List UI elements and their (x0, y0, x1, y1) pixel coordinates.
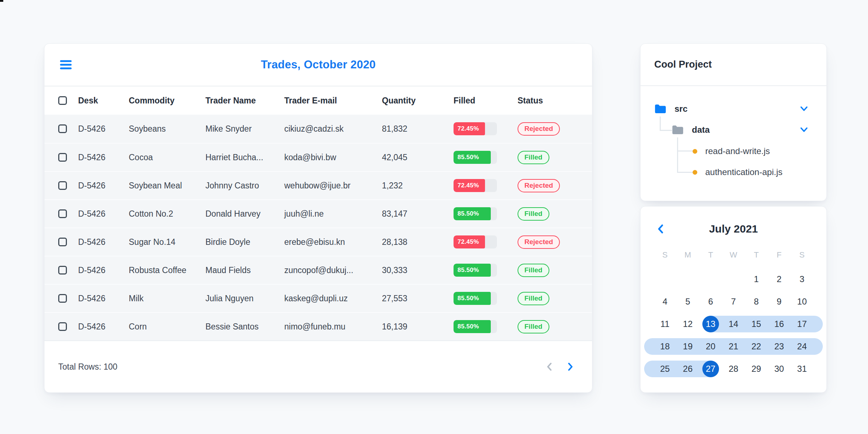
row-checkbox[interactable] (58, 124, 67, 133)
filled-percent-label: 72.45% (454, 238, 479, 246)
chevron-left-icon[interactable] (657, 224, 664, 234)
row-checkbox[interactable] (58, 322, 67, 331)
tree-connector (677, 137, 678, 173)
calendar-day[interactable]: 18 (657, 338, 673, 355)
trader-name-cell: Harriet Bucha... (205, 153, 284, 162)
select-all-checkbox[interactable] (58, 96, 67, 105)
table-row: D-5426 Sugar No.14 Birdie Doyle erebe@eb… (44, 227, 592, 256)
calendar-day[interactable]: 6 (702, 293, 719, 310)
row-checkbox[interactable] (58, 238, 67, 246)
commodity-cell: Corn (129, 322, 205, 332)
filled-percent-label: 85.50% (454, 154, 479, 161)
trader-name-cell: Mike Snyder (205, 124, 284, 134)
status-badge: Rejected (518, 179, 560, 192)
calendar-day[interactable]: 5 (680, 293, 696, 310)
commodity-cell: Milk (129, 294, 205, 303)
calendar-day[interactable]: 19 (680, 338, 696, 355)
calendar-day[interactable]: 3 (793, 271, 810, 288)
calendar-grid: 1 2 3 4 5 6 7 8 9 10 11 12 13 14 15 16 (654, 268, 813, 380)
trader-email-cell: zuncopof@dukuj... (284, 265, 382, 275)
file-tree: src data read-and-write.js authenticatio… (641, 87, 826, 201)
filled-percent-label: 85.50% (454, 323, 479, 330)
calendar-day[interactable]: 26 (680, 361, 696, 377)
calendar-day[interactable]: 25 (657, 361, 673, 377)
screenshot-artifact (0, 0, 3, 2)
column-header-quantity: Quantity (382, 96, 454, 106)
filled-percent-label: 72.45% (454, 182, 479, 189)
commodity-cell: Sugar No.14 (129, 237, 205, 247)
desk-cell: D-5426 (78, 237, 129, 247)
calendar-day[interactable]: 28 (725, 361, 742, 377)
calendar-day[interactable]: 22 (748, 338, 765, 355)
filled-progress-bar: 72.45% (454, 179, 497, 192)
calendar-day[interactable]: 20 (702, 338, 719, 355)
calendar-day-selected-start[interactable]: 13 (702, 316, 719, 332)
folder-icon (672, 124, 684, 135)
trader-name-cell: Donald Harvey (205, 209, 284, 219)
trader-email-cell: cikiuz@cadzi.sk (284, 124, 382, 134)
calendar-day[interactable]: 10 (793, 293, 810, 310)
calendar-day[interactable]: 7 (725, 293, 742, 310)
trader-name-cell: Bessie Santos (205, 322, 284, 332)
trader-name-cell: Birdie Doyle (205, 237, 284, 247)
weekday-label: S (791, 250, 813, 260)
calendar-day[interactable]: 29 (748, 361, 765, 377)
row-checkbox[interactable] (58, 209, 67, 218)
calendar-day[interactable]: 23 (771, 338, 787, 355)
calendar-day[interactable]: 12 (680, 316, 696, 332)
column-header-filled: Filled (454, 96, 518, 106)
desk-cell: D-5426 (78, 294, 129, 303)
quantity-cell: 28,138 (382, 237, 454, 247)
tree-connector (660, 130, 672, 131)
chevron-down-icon[interactable] (800, 127, 808, 133)
filled-percent-label: 85.50% (454, 267, 479, 274)
desk-cell: D-5426 (78, 181, 129, 191)
calendar-week: 25 26 27 28 29 30 31 (654, 358, 813, 380)
total-rows-label: Total Rows: 100 (58, 362, 118, 372)
calendar-day[interactable]: 8 (748, 293, 765, 310)
calendar-day[interactable]: 16 (771, 316, 787, 332)
calendar-day[interactable]: 31 (793, 361, 810, 377)
calendar-day[interactable]: 14 (725, 316, 742, 332)
row-checkbox[interactable] (58, 294, 67, 303)
calendar-day[interactable]: 4 (657, 293, 673, 310)
weekday-label: T (699, 250, 722, 260)
trader-name-cell: Julia Nguyen (205, 294, 284, 303)
chevron-right-icon[interactable] (565, 362, 575, 372)
calendar-day[interactable]: 9 (771, 293, 787, 310)
weekday-label: T (745, 250, 768, 260)
calendar-day[interactable]: 11 (657, 316, 673, 332)
trader-name-cell: Johnny Castro (205, 181, 284, 191)
desk-cell: D-5426 (78, 124, 129, 134)
chevron-down-icon[interactable] (800, 106, 808, 112)
calendar-day[interactable]: 1 (748, 271, 765, 288)
project-card: Cool Project src data (640, 43, 827, 201)
commodity-cell: Cocoa (129, 153, 205, 162)
quantity-cell: 1,232 (382, 181, 454, 191)
tree-node-src[interactable]: src (654, 101, 688, 117)
row-checkbox[interactable] (58, 181, 67, 190)
tree-node-data[interactable]: data (672, 122, 710, 138)
quantity-cell: 16,139 (382, 322, 454, 332)
filled-percent-label: 72.45% (454, 125, 479, 132)
desk-cell: D-5426 (78, 153, 129, 162)
quantity-cell: 83,147 (382, 209, 454, 219)
calendar-day[interactable]: 21 (725, 338, 742, 355)
chevron-left-icon[interactable] (544, 362, 554, 372)
tree-node-label: data (692, 125, 710, 135)
tree-connector (660, 116, 661, 131)
table-row: D-5426 Milk Julia Nguyen kaskeg@dupli.uz… (44, 284, 592, 312)
tree-node-file[interactable]: authentication-api.js (693, 164, 782, 180)
tree-node-file[interactable]: read-and-write.js (693, 143, 770, 159)
calendar-day[interactable]: 2 (771, 271, 787, 288)
calendar-day-selected-end[interactable]: 27 (702, 361, 719, 377)
trader-email-cell: kaskeg@dupli.uz (284, 294, 382, 303)
row-checkbox[interactable] (58, 266, 67, 275)
table-row: D-5426 Robusta Coffee Maud Fields zuncop… (44, 256, 592, 284)
calendar-day[interactable]: 30 (771, 361, 787, 377)
filled-progress-bar: 85.50% (454, 292, 497, 305)
tree-node-label: src (675, 104, 688, 114)
status-badge: Filled (518, 207, 549, 221)
row-checkbox[interactable] (58, 153, 67, 162)
calendar-day[interactable]: 15 (748, 316, 765, 332)
